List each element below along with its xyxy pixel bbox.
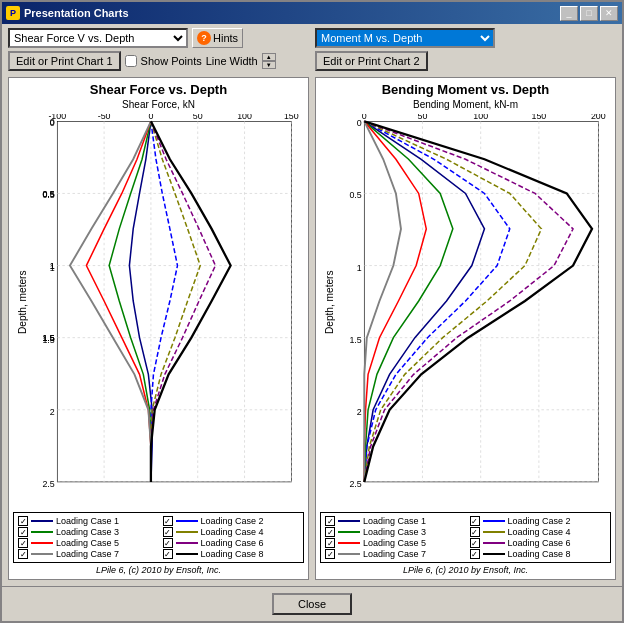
legend-item-2: ✓ Loading Case 2 (163, 516, 300, 526)
legend-check-1[interactable]: ✓ (18, 516, 28, 526)
legend-check-6[interactable]: ✓ (163, 538, 173, 548)
chart1-panel: Shear Force vs. Depth Shear Force, kN (8, 77, 309, 580)
svg-text:1.5: 1.5 (349, 335, 361, 345)
hints-label: Hints (213, 32, 238, 44)
chart2-legend-item-7: ✓ Loading Case 7 (325, 549, 462, 559)
hints-button[interactable]: ? Hints (192, 28, 243, 48)
line-width-label: Line Width (206, 55, 258, 67)
legend-check-4[interactable]: ✓ (163, 527, 173, 537)
svg-text:1: 1 (50, 263, 55, 273)
chart2-legend-line-3 (338, 531, 360, 533)
title-bar-left: P Presentation Charts (6, 6, 129, 20)
chart1-legend-grid: ✓ Loading Case 1 ✓ Loading Case 2 ✓ Load… (18, 516, 299, 559)
legend-item-4: ✓ Loading Case 4 (163, 527, 300, 537)
chart2-legend-label-3: Loading Case 3 (363, 527, 426, 537)
chart2-legend-label-5: Loading Case 5 (363, 538, 426, 548)
chart2-subtitle: Bending Moment, kN-m (413, 99, 518, 110)
svg-text:100: 100 (237, 114, 252, 121)
legend-label-6: Loading Case 6 (201, 538, 264, 548)
legend-check-5[interactable]: ✓ (18, 538, 28, 548)
top-controls: Shear Force V vs. Depth Bending Moment M… (2, 24, 622, 71)
svg-text:0.5: 0.5 (42, 189, 54, 199)
chart2-copyright: LPile 6, (c) 2010 by Ensoft, Inc. (403, 565, 528, 575)
chart2-legend-check-7[interactable]: ✓ (325, 549, 335, 559)
chart2-legend-grid: ✓ Loading Case 1 ✓ Loading Case 2 ✓ Load… (325, 516, 606, 559)
chart2-legend-check-2[interactable]: ✓ (470, 516, 480, 526)
close-button[interactable]: Close (272, 593, 352, 615)
svg-text:50: 50 (193, 114, 203, 121)
legend-check-8[interactable]: ✓ (163, 549, 173, 559)
title-bar: P Presentation Charts _ □ ✕ (2, 2, 622, 24)
edit-chart1-button[interactable]: Edit or Print Chart 1 (8, 51, 121, 71)
chart1-svg: -100 -50 0 50 100 150 0 0.5 1 1 1.5 1.5 … (13, 114, 304, 508)
chart2-legend-check-5[interactable]: ✓ (325, 538, 335, 548)
right-dropdown-row: Moment M vs. Depth Shear Force V vs. Dep… (315, 28, 495, 48)
close-bar: Close (2, 586, 622, 621)
left-actions-row: Edit or Print Chart 1 Show Points Line W… (8, 51, 309, 71)
legend-item-3: ✓ Loading Case 3 (18, 527, 155, 537)
chart2-panel: Bending Moment vs. Depth Bending Moment,… (315, 77, 616, 580)
chart2-legend-item-5: ✓ Loading Case 5 (325, 538, 462, 548)
minimize-button[interactable]: _ (560, 6, 578, 21)
chart2-legend-line-1 (338, 520, 360, 522)
legend-line-8 (176, 553, 198, 555)
line-width-spinner[interactable]: ▲ ▼ (262, 53, 276, 69)
spinner-up[interactable]: ▲ (262, 53, 276, 61)
show-points-label: Show Points (141, 55, 202, 67)
left-controls: Shear Force V vs. Depth Bending Moment M… (8, 28, 309, 71)
legend-label-5: Loading Case 5 (56, 538, 119, 548)
svg-rect-32 (364, 121, 598, 482)
chart2-legend-line-2 (483, 520, 505, 522)
chart2-legend-label-1: Loading Case 1 (363, 516, 426, 526)
chart2-legend-item-6: ✓ Loading Case 6 (470, 538, 607, 548)
chart2-legend-check-3[interactable]: ✓ (325, 527, 335, 537)
svg-text:0: 0 (357, 118, 362, 128)
svg-text:Depth, meters: Depth, meters (17, 270, 28, 334)
main-content: Shear Force vs. Depth Shear Force, kN (2, 71, 622, 586)
legend-line-4 (176, 531, 198, 533)
legend-check-2[interactable]: ✓ (163, 516, 173, 526)
legend-label-1: Loading Case 1 (56, 516, 119, 526)
chart2-legend-item-1: ✓ Loading Case 1 (325, 516, 462, 526)
chart2-select[interactable]: Moment M vs. Depth Shear Force V vs. Dep… (315, 28, 495, 48)
chart2-area: 0 50 100 150 200 0 0.5 1 1.5 2 2.5 Depth… (320, 114, 611, 508)
svg-text:0: 0 (148, 114, 153, 121)
legend-line-5 (31, 542, 53, 544)
chart2-legend-label-2: Loading Case 2 (508, 516, 571, 526)
spinner-down[interactable]: ▼ (262, 61, 276, 69)
chart1-area: -100 -50 0 50 100 150 0 0.5 1 1 1.5 1.5 … (13, 114, 304, 508)
left-dropdown-row: Shear Force V vs. Depth Bending Moment M… (8, 28, 309, 48)
svg-text:2: 2 (357, 407, 362, 417)
chart2-legend-check-8[interactable]: ✓ (470, 549, 480, 559)
show-points-checkbox[interactable] (125, 55, 137, 67)
legend-item-8: ✓ Loading Case 8 (163, 549, 300, 559)
chart1-title: Shear Force vs. Depth (90, 82, 227, 97)
svg-text:1.5: 1.5 (42, 335, 54, 345)
legend-label-7: Loading Case 7 (56, 549, 119, 559)
chart1-copyright: LPile 6, (c) 2010 by Ensoft, Inc. (96, 565, 221, 575)
maximize-button[interactable]: □ (580, 6, 598, 21)
chart2-legend-line-6 (483, 542, 505, 544)
legend-line-7 (31, 553, 53, 555)
legend-line-1 (31, 520, 53, 522)
chart2-legend-check-6[interactable]: ✓ (470, 538, 480, 548)
chart1-select[interactable]: Shear Force V vs. Depth Bending Moment M… (8, 28, 188, 48)
chart2-legend-label-4: Loading Case 4 (508, 527, 571, 537)
chart2-legend-label-8: Loading Case 8 (508, 549, 571, 559)
main-window: P Presentation Charts _ □ ✕ Shear Force … (0, 0, 624, 623)
close-window-button[interactable]: ✕ (600, 6, 618, 21)
chart2-legend-check-4[interactable]: ✓ (470, 527, 480, 537)
edit-chart2-button[interactable]: Edit or Print Chart 2 (315, 51, 428, 71)
app-icon: P (6, 6, 20, 20)
legend-item-5: ✓ Loading Case 5 (18, 538, 155, 548)
window-title: Presentation Charts (24, 7, 129, 19)
legend-check-3[interactable]: ✓ (18, 527, 28, 537)
svg-text:2.5: 2.5 (42, 479, 54, 489)
legend-item-7: ✓ Loading Case 7 (18, 549, 155, 559)
legend-check-7[interactable]: ✓ (18, 549, 28, 559)
svg-text:-50: -50 (98, 114, 111, 121)
title-bar-controls: _ □ ✕ (560, 6, 618, 21)
chart2-legend-check-1[interactable]: ✓ (325, 516, 335, 526)
chart2-legend-line-8 (483, 553, 505, 555)
chart2-legend-line-4 (483, 531, 505, 533)
